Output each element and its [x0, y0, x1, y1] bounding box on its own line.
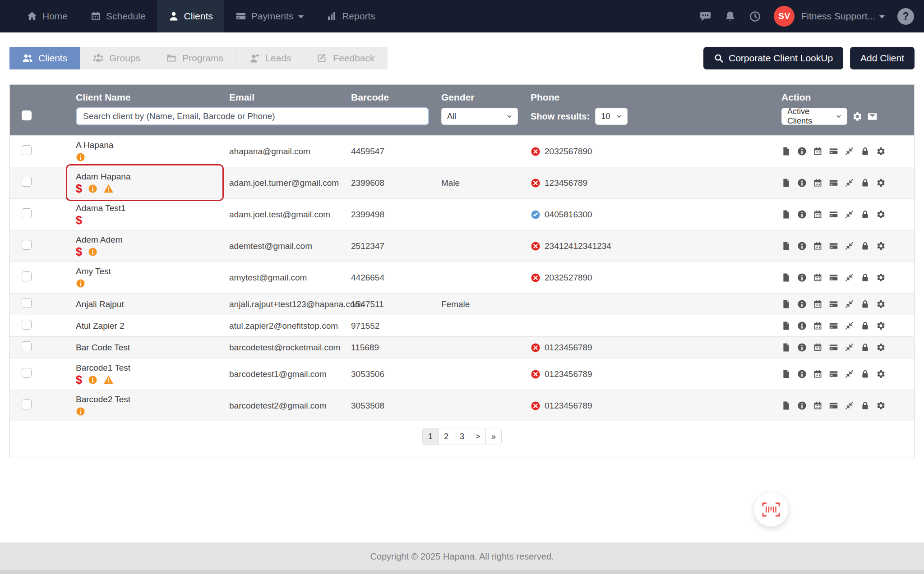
file-icon[interactable] — [781, 401, 791, 410]
gear-icon[interactable] — [876, 241, 886, 251]
info-circle-icon[interactable] — [797, 299, 807, 309]
lock-icon[interactable] — [860, 401, 870, 410]
file-icon[interactable] — [781, 321, 791, 331]
lock-icon[interactable] — [860, 241, 870, 251]
compress-icon[interactable] — [845, 241, 854, 251]
file-icon[interactable] — [781, 343, 791, 352]
file-icon[interactable] — [781, 210, 791, 219]
file-icon[interactable] — [781, 299, 791, 309]
info-circle-icon[interactable] — [797, 241, 807, 251]
credit-card-icon[interactable] — [829, 299, 838, 309]
gear-icon[interactable] — [852, 111, 863, 122]
lock-icon[interactable] — [860, 299, 870, 309]
info-circle-icon[interactable] — [797, 369, 807, 379]
credit-card-icon[interactable] — [829, 321, 838, 331]
page-button-1[interactable]: 1 — [422, 428, 439, 445]
gear-icon[interactable] — [876, 299, 886, 309]
info-circle-icon[interactable] — [797, 321, 807, 331]
row-checkbox[interactable] — [22, 145, 32, 155]
gear-icon[interactable] — [876, 321, 886, 331]
page-button->[interactable]: > — [470, 428, 486, 445]
credit-card-icon[interactable] — [829, 210, 838, 219]
gear-icon[interactable] — [876, 147, 886, 156]
corporate-lookup-button[interactable]: Corporate Client LookUp — [703, 47, 843, 69]
row-checkbox[interactable] — [22, 298, 32, 308]
tab-programs[interactable]: Programs — [153, 47, 236, 69]
calendar-icon[interactable] — [813, 241, 822, 251]
nav-item-clients[interactable]: Clients — [157, 0, 224, 32]
billing-alert-icon[interactable]: $ — [76, 375, 82, 385]
file-icon[interactable] — [781, 178, 791, 188]
page-button-3[interactable]: 3 — [454, 428, 470, 445]
client-name[interactable]: Atul Zapier 2 — [76, 321, 229, 331]
gear-icon[interactable] — [876, 210, 886, 219]
row-checkbox[interactable] — [22, 368, 32, 378]
info-circle-icon[interactable] — [797, 147, 807, 156]
client-name[interactable]: Anjali Rajput — [76, 299, 229, 309]
help-icon[interactable]: ? — [897, 8, 914, 25]
client-name[interactable]: Adam Hapana — [76, 172, 229, 182]
credit-card-icon[interactable] — [829, 147, 838, 156]
compress-icon[interactable] — [845, 147, 854, 156]
compress-icon[interactable] — [845, 210, 854, 219]
lock-icon[interactable] — [860, 273, 870, 282]
info-circle-icon[interactable] — [797, 401, 807, 410]
credit-card-icon[interactable] — [829, 343, 838, 352]
row-checkbox[interactable] — [22, 240, 32, 250]
lock-icon[interactable] — [860, 178, 870, 188]
calendar-icon[interactable] — [813, 178, 822, 188]
compress-icon[interactable] — [845, 299, 854, 309]
gender-filter-select[interactable]: All — [441, 108, 518, 125]
client-status-select[interactable]: Active Clients — [781, 108, 847, 125]
lock-icon[interactable] — [860, 147, 870, 156]
select-all-checkbox[interactable] — [22, 110, 32, 120]
avatar[interactable]: SV — [774, 6, 795, 27]
calendar-icon[interactable] — [813, 401, 822, 410]
calendar-icon[interactable] — [813, 299, 822, 309]
info-flag-icon[interactable] — [76, 279, 85, 288]
credit-card-icon[interactable] — [829, 369, 838, 379]
file-icon[interactable] — [781, 369, 791, 379]
envelope-icon[interactable] — [867, 111, 878, 122]
info-flag-icon[interactable] — [88, 184, 97, 193]
warning-icon[interactable] — [103, 375, 114, 385]
lock-icon[interactable] — [860, 343, 870, 352]
nav-item-home[interactable]: Home — [15, 0, 79, 32]
credit-card-icon[interactable] — [829, 178, 838, 188]
gear-icon[interactable] — [876, 369, 886, 379]
tab-clients[interactable]: Clients — [9, 47, 80, 69]
file-icon[interactable] — [781, 273, 791, 282]
warning-icon[interactable] — [103, 184, 114, 194]
row-checkbox[interactable] — [22, 320, 32, 330]
calendar-icon[interactable] — [813, 343, 822, 352]
page-button-»[interactable]: » — [485, 428, 502, 445]
billing-alert-icon[interactable]: $ — [76, 184, 82, 193]
barcode-scan-button[interactable] — [754, 492, 788, 527]
show-results-select[interactable]: 10 — [595, 108, 628, 125]
nav-item-schedule[interactable]: Schedule — [79, 0, 157, 32]
compress-icon[interactable] — [845, 369, 854, 379]
nav-item-reports[interactable]: Reports — [315, 0, 387, 32]
tab-feedback[interactable]: Feedback — [304, 47, 387, 69]
row-checkbox[interactable] — [22, 341, 32, 351]
info-flag-icon[interactable] — [76, 152, 85, 162]
compress-icon[interactable] — [845, 343, 854, 352]
calendar-icon[interactable] — [813, 210, 822, 219]
info-circle-icon[interactable] — [797, 210, 807, 219]
credit-card-icon[interactable] — [829, 241, 838, 251]
calendar-icon[interactable] — [813, 369, 822, 379]
lock-icon[interactable] — [860, 321, 870, 331]
tab-leads[interactable]: Leads — [236, 47, 304, 69]
client-name[interactable]: Bar Code Test — [76, 343, 229, 353]
info-flag-icon[interactable] — [88, 375, 97, 385]
billing-alert-icon[interactable]: $ — [76, 247, 82, 257]
compress-icon[interactable] — [845, 321, 854, 331]
client-name[interactable]: Amy Test — [76, 266, 229, 276]
row-checkbox[interactable] — [22, 177, 32, 187]
chat-icon[interactable] — [699, 10, 711, 23]
row-checkbox[interactable] — [22, 400, 32, 409]
info-flag-icon[interactable] — [76, 407, 85, 416]
file-icon[interactable] — [781, 241, 791, 251]
calendar-icon[interactable] — [813, 321, 822, 331]
info-circle-icon[interactable] — [797, 273, 807, 282]
